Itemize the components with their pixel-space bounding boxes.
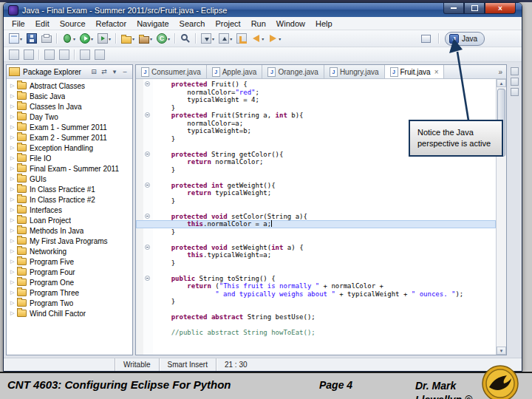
problems-view-icon[interactable] — [511, 88, 519, 96]
tree-item-program-five[interactable]: ▷Program Five — [7, 256, 132, 267]
dropdown-arrow-icon[interactable]: ▾ — [132, 36, 134, 41]
toggle-mark-occurrences-icon[interactable] — [43, 48, 56, 61]
tree-item-program-one[interactable]: ▷Program One — [7, 277, 132, 287]
scroll-down-icon[interactable]: ▼ — [497, 347, 506, 355]
dropdown-arrow-icon[interactable]: ▾ — [20, 36, 22, 41]
toggle-block-selection-icon[interactable] — [58, 48, 71, 61]
run-external-tools-icon[interactable]: ▾ — [96, 32, 112, 45]
open-perspective-icon[interactable] — [420, 33, 433, 44]
view-menu-icon[interactable]: ▾ — [109, 66, 120, 77]
show-whitespace-icon[interactable] — [78, 48, 92, 61]
tree-item-wind-chill-factor[interactable]: ▷Wind Chill Factor — [7, 308, 132, 318]
back-icon[interactable]: ▾ — [250, 32, 265, 45]
expand-arrow-icon[interactable]: ▷ — [10, 217, 17, 223]
expand-arrow-icon[interactable]: ▷ — [10, 155, 17, 161]
expand-arrow-icon[interactable]: ▷ — [10, 134, 17, 140]
tree-item-in-class-practice-2[interactable]: ▷In Class Practice #2 — [7, 194, 132, 205]
expand-arrow-icon[interactable]: ▷ — [10, 145, 17, 151]
dropdown-arrow-icon[interactable]: ▾ — [230, 36, 232, 41]
run-icon[interactable]: ▾ — [78, 32, 95, 45]
tree-item-day-two[interactable]: ▷Day Two — [7, 112, 132, 122]
tree-item-program-three[interactable]: ▷Program Three — [7, 287, 132, 298]
tree-item-interfaces[interactable]: ▷Interfaces — [7, 205, 132, 215]
maximize-button[interactable] — [464, 3, 485, 14]
minimize-view-icon[interactable]: – — [120, 66, 130, 77]
debug-icon[interactable]: ▾ — [61, 32, 77, 45]
expand-arrow-icon[interactable]: ▷ — [10, 310, 17, 316]
expand-arrow-icon[interactable]: ▷ — [10, 83, 17, 89]
fold-marker-icon[interactable] — [145, 151, 150, 157]
new-java-project-icon[interactable]: ▾ — [120, 32, 136, 45]
minimize-button[interactable] — [443, 3, 464, 14]
editor-tab-orange-java[interactable]: JOrange.java — [262, 65, 324, 78]
expand-arrow-icon[interactable]: ▷ — [10, 207, 17, 213]
tree-item-in-class-practice-1[interactable]: ▷In Class Practice #1 — [7, 184, 132, 194]
open-type-icon[interactable] — [22, 48, 35, 61]
tree-item-loan-project[interactable]: ▷Loan Project — [7, 215, 132, 225]
dropdown-arrow-icon[interactable]: ▾ — [279, 36, 281, 41]
expand-arrow-icon[interactable]: ▷ — [10, 290, 17, 296]
fold-marker-icon[interactable] — [145, 81, 150, 86]
dropdown-arrow-icon[interactable]: ▾ — [262, 36, 264, 41]
tree-item-guis[interactable]: ▷GUIs — [7, 174, 132, 184]
tree-item-final-exam-summer-2011[interactable]: ▷Final Exam - Summer 2011 — [7, 163, 132, 174]
previous-annotation-icon[interactable]: ▾ — [217, 32, 233, 45]
expand-arrow-icon[interactable]: ▷ — [10, 228, 17, 233]
expand-arrow-icon[interactable]: ▷ — [10, 259, 17, 265]
expand-arrow-icon[interactable]: ▷ — [10, 269, 17, 275]
menu-source[interactable]: Source — [55, 18, 91, 29]
print-icon[interactable] — [40, 32, 53, 45]
outline-view-icon[interactable] — [511, 67, 519, 75]
tree-item-program-two[interactable]: ▷Program Two — [7, 298, 132, 308]
search-icon[interactable] — [179, 32, 192, 45]
forward-icon[interactable]: ▾ — [267, 32, 282, 45]
editor-tab-consumer-java[interactable]: JConsumer.java — [136, 65, 207, 78]
fold-marker-icon[interactable] — [145, 112, 150, 117]
editor-tab-apple-java[interactable]: JApple.java — [207, 65, 263, 78]
expand-arrow-icon[interactable]: ▷ — [10, 238, 17, 244]
tree-item-exception-handling[interactable]: ▷Exception Handling — [7, 143, 132, 153]
next-annotation-icon[interactable]: ▾ — [200, 32, 216, 45]
expand-arrow-icon[interactable]: ▷ — [10, 248, 17, 254]
menu-file[interactable]: File — [7, 18, 30, 29]
tree-item-program-four[interactable]: ▷Program Four — [7, 267, 132, 277]
dropdown-arrow-icon[interactable]: ▾ — [168, 36, 170, 41]
close-tab-icon[interactable]: × — [434, 68, 439, 76]
scroll-up-icon[interactable]: ▲ — [497, 79, 506, 87]
dropdown-arrow-icon[interactable]: ▾ — [109, 36, 111, 41]
expand-arrow-icon[interactable]: ▷ — [10, 103, 17, 109]
expand-arrow-icon[interactable]: ▷ — [10, 197, 17, 202]
fold-marker-icon[interactable] — [145, 214, 150, 219]
tab-overflow-indicator[interactable]: » — [494, 65, 506, 78]
tree-item-exam-2-summer-2011[interactable]: ▷Exam 2 - Summer 2011 — [7, 132, 132, 143]
expand-arrow-icon[interactable]: ▷ — [10, 166, 17, 171]
save-icon[interactable] — [25, 32, 38, 45]
fold-marker-icon[interactable] — [145, 183, 150, 188]
menu-run[interactable]: Run — [246, 18, 271, 29]
fold-marker-icon[interactable] — [145, 245, 150, 250]
window-titlebar[interactable]: Java - Final Exam - Summer 2011/src/Frui… — [4, 3, 522, 17]
menu-project[interactable]: Project — [210, 18, 245, 29]
menu-refactor[interactable]: Refactor — [91, 18, 132, 29]
dropdown-arrow-icon[interactable]: ▾ — [212, 36, 214, 41]
tree-item-exam-1-summer-2011[interactable]: ▷Exam 1 - Summer 2011 — [7, 122, 132, 132]
dropdown-arrow-icon[interactable]: ▾ — [91, 36, 93, 41]
task-list-view-icon[interactable] — [511, 78, 519, 86]
fold-marker-icon[interactable] — [145, 276, 150, 281]
tree-item-networking[interactable]: ▷Networking — [7, 246, 132, 256]
tree-item-classes-in-java[interactable]: ▷Classes In Java — [7, 101, 132, 112]
tree-item-my-first-java-programs[interactable]: ▷My First Java Programs — [7, 236, 132, 246]
new-java-class-icon[interactable]: ▾ — [155, 32, 171, 45]
new-wizard-icon[interactable]: ▾ — [7, 32, 24, 45]
word-wrap-icon[interactable] — [93, 48, 106, 61]
menu-navigate[interactable]: Navigate — [132, 18, 174, 29]
link-with-editor-icon[interactable]: ⇄ — [99, 66, 109, 77]
menu-window[interactable]: Window — [271, 18, 310, 29]
expand-arrow-icon[interactable]: ▷ — [10, 124, 17, 130]
expand-arrow-icon[interactable]: ▷ — [10, 279, 17, 285]
collapse-all-icon[interactable]: ⊟ — [89, 66, 99, 77]
menu-edit[interactable]: Edit — [30, 18, 55, 29]
tree-item-file-io[interactable]: ▷File IO — [7, 153, 132, 163]
expand-arrow-icon[interactable]: ▷ — [10, 114, 17, 120]
expand-arrow-icon[interactable]: ▷ — [10, 93, 17, 99]
